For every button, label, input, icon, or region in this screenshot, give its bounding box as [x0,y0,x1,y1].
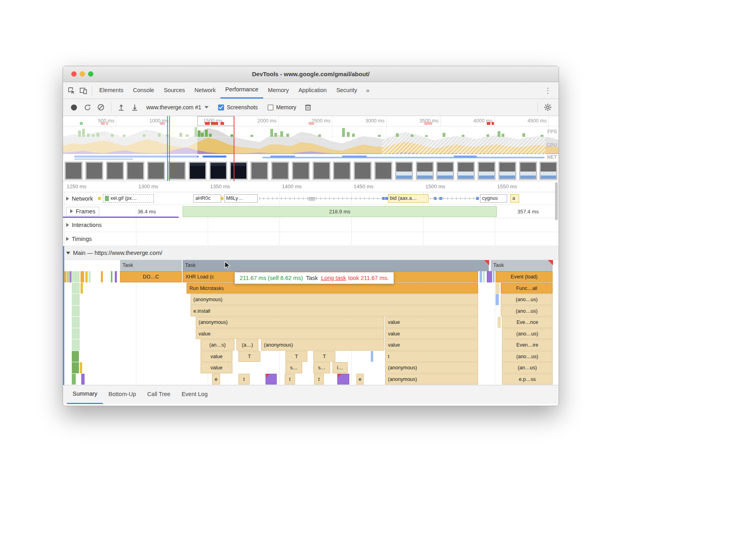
flame-chip[interactable] [81,283,83,294]
flame-chip[interactable] [498,317,501,328]
flame-bar[interactable]: T [238,351,260,362]
reload-and-record-button[interactable] [81,101,93,113]
flame-chip[interactable] [496,283,500,294]
tab-network[interactable]: Network [190,82,220,99]
tab-application[interactable]: Application [293,82,331,99]
flame-chip[interactable] [70,271,71,282]
filmstrip-thumbnail[interactable] [354,162,372,180]
main-thread-track-header[interactable]: Main — https://www.theverge.com/ [66,250,162,256]
overview-graphs[interactable]: 500 ms1000 ms1500 ms2000 ms2500 ms3000 m… [63,116,559,160]
flame-chip[interactable] [266,374,277,385]
flame-chip[interactable] [72,283,80,294]
frame-bar[interactable]: 357.4 ms [497,206,559,217]
flame-chip[interactable] [69,271,70,282]
flame-bar[interactable]: s… [285,362,302,373]
flame-chip[interactable] [67,271,68,282]
timeline-overview[interactable]: 500 ms1000 ms1500 ms2000 ms2500 ms3000 m… [63,116,559,181]
flame-bar[interactable]: i… [333,362,348,373]
flame-bar[interactable]: t [314,374,324,385]
filmstrip-thumbnail[interactable] [147,162,165,180]
flame-chip[interactable] [115,271,117,282]
main-thread-header[interactable]: Main — https://www.theverge.com/ [63,246,559,260]
flame-chip[interactable] [496,294,499,305]
profile-select[interactable]: www.theverge.com #1 [142,104,213,110]
filmstrip-thumbnail[interactable] [457,162,475,180]
bottom-tab-event-log[interactable]: Event Log [176,385,213,404]
disclosure-triangle-down-icon[interactable] [66,252,70,254]
tab-performance[interactable]: Performance [220,82,263,99]
filmstrip-thumbnail[interactable] [106,162,124,180]
disclosure-triangle-icon[interactable] [66,237,69,241]
disclosure-triangle-icon[interactable] [66,197,69,201]
memory-checkbox[interactable]: Memory [264,104,301,110]
flame-chip[interactable] [72,271,80,282]
flame-chip[interactable] [480,271,482,282]
filmstrip-thumbnail[interactable] [374,162,392,180]
filmstrip-thumbnail[interactable] [250,162,268,180]
flame-bar[interactable]: Func…all [501,283,553,294]
flame-bar[interactable]: (anonymous) [385,374,478,385]
flame-chip[interactable] [337,374,349,385]
network-request[interactable]: M6Ly… [224,194,258,203]
network-request[interactable]: a [510,194,519,203]
flame-bar[interactable]: DO…C [120,271,182,282]
bottom-tab-call-tree[interactable]: Call Tree [142,385,176,404]
network-track[interactable]: Network xel.gif (px…aHR0cM6Ly…bid (aax.a… [63,192,559,205]
long-task-link[interactable]: Long task [321,275,346,281]
load-profile-button[interactable] [115,101,127,113]
flame-bar[interactable]: Task [120,260,182,271]
network-request[interactable]: bid (aax.a… [388,194,429,203]
flame-bar[interactable]: (anonymous) [191,294,478,305]
filmstrip-thumbnail[interactable] [519,162,537,180]
flame-bar[interactable]: value [385,317,478,328]
network-request[interactable]: cygnus [480,194,507,203]
filmstrip-thumbnail[interactable] [498,162,516,180]
clear-button[interactable] [95,101,107,113]
flame-chip[interactable] [81,271,84,282]
more-tabs-icon[interactable]: » [362,87,374,94]
record-button[interactable] [68,101,80,113]
flame-bar[interactable]: T [285,351,307,362]
flame-bar[interactable]: value [385,339,478,351]
filmstrip-thumbnail[interactable] [292,162,310,180]
flame-bar[interactable]: Even…ire [502,339,553,351]
filmstrip-thumbnail[interactable] [395,162,413,180]
filmstrip-thumbnail[interactable] [478,162,496,180]
garbage-collect-button[interactable] [302,101,314,113]
flame-bar[interactable]: s… [313,362,330,373]
flame-bar[interactable]: Run Microtasks [187,283,478,294]
flame-chip[interactable] [72,351,79,362]
network-track-header[interactable]: Network [66,195,93,202]
frames-track-header[interactable]: Frames [66,207,99,216]
minimize-button[interactable] [80,71,85,77]
filmstrip-thumbnail[interactable] [126,162,144,180]
flame-bar[interactable]: e [356,374,364,385]
flame-bar[interactable]: (a…) [236,339,258,351]
network-request[interactable]: aHR0c [193,194,221,203]
screenshots-checkbox[interactable]: Screenshots [214,104,262,110]
flame-chip[interactable] [484,260,489,265]
zoom-button[interactable] [88,71,93,77]
flame-chip[interactable] [483,271,485,282]
frame-bar[interactable]: 218.9 ms [183,206,497,217]
devtools-menu-icon[interactable]: ⋮ [539,86,556,95]
filmstrip-thumbnail[interactable] [333,162,351,180]
flame-bar[interactable]: (ano…us) [502,328,553,339]
filmstrip-thumbnail[interactable] [271,162,289,180]
filmstrip-thumbnail[interactable] [539,162,557,180]
flame-chip[interactable] [493,271,494,282]
tab-memory[interactable]: Memory [263,82,293,99]
flame-chip[interactable] [85,271,88,282]
interactions-track-header[interactable]: Interactions [66,222,102,228]
flame-chip[interactable] [371,351,373,362]
filmstrip-thumbnail[interactable] [209,162,227,180]
flame-bar[interactable]: Event (load) [496,271,553,282]
flame-bar[interactable]: value [201,362,232,373]
flame-chip[interactable] [80,362,82,373]
network-request[interactable]: xel.gif (px… [103,194,154,203]
flame-chip[interactable] [72,374,76,385]
flame-bar[interactable]: value [385,328,478,339]
flame-bar[interactable]: e.install [191,306,478,317]
flame-chip[interactable] [89,271,91,282]
flame-bar[interactable]: value [201,351,232,362]
